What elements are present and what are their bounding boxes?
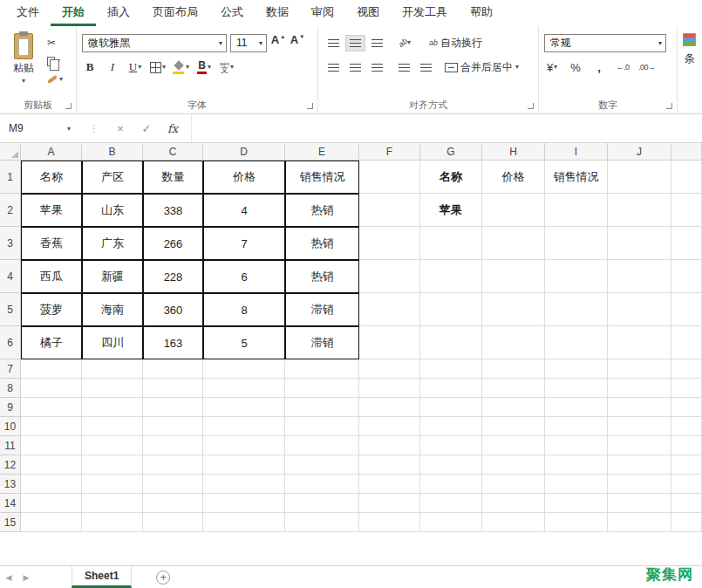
column-header-C[interactable]: C	[143, 143, 203, 161]
cell-E15[interactable]	[285, 513, 359, 532]
formula-bar-splitter[interactable]: ⋮	[89, 123, 99, 134]
cell-G15[interactable]	[420, 513, 482, 532]
cell-I7[interactable]	[545, 359, 608, 379]
cell-H4[interactable]	[482, 260, 545, 293]
column-header-F[interactable]: F	[359, 143, 420, 161]
row-header-15[interactable]: 15	[0, 513, 21, 532]
cell-H8[interactable]	[482, 379, 545, 398]
cell-E8[interactable]	[285, 379, 359, 398]
align-middle-button[interactable]	[345, 35, 365, 51]
cell-F9[interactable]	[359, 398, 420, 417]
cell-J15[interactable]	[608, 513, 671, 532]
increase-decimal-button[interactable]: ←.0	[615, 58, 630, 77]
cell-J14[interactable]	[608, 494, 671, 513]
cell-E9[interactable]	[285, 398, 359, 417]
cell-C12[interactable]	[143, 455, 203, 475]
borders-button[interactable]: ▾	[150, 58, 166, 77]
decrease-decimal-button[interactable]: .00→	[638, 58, 656, 77]
cell-E11[interactable]	[285, 436, 359, 455]
cell-D12[interactable]	[203, 455, 285, 475]
row-header-10[interactable]: 10	[0, 417, 21, 436]
cell-E3[interactable]: 热销	[285, 227, 359, 260]
cell-H9[interactable]	[482, 398, 545, 417]
cell-H2[interactable]	[482, 194, 545, 227]
align-top-button[interactable]	[324, 35, 344, 51]
cell-J1[interactable]	[608, 161, 671, 194]
ribbon-tab-开始[interactable]: 开始	[51, 0, 96, 26]
cell-G1[interactable]: 名称	[420, 161, 482, 194]
cell-C9[interactable]	[143, 398, 203, 417]
cell-D14[interactable]	[203, 494, 285, 513]
cell-F7[interactable]	[359, 359, 420, 379]
cell-G5[interactable]	[420, 293, 482, 326]
cell-H12[interactable]	[482, 455, 545, 475]
cell-C6[interactable]: 163	[143, 326, 203, 359]
align-bottom-button[interactable]	[367, 35, 387, 51]
column-header-A[interactable]: A	[21, 143, 82, 161]
cell-D8[interactable]	[203, 379, 285, 398]
cell-H5[interactable]	[482, 293, 545, 326]
cell-A10[interactable]	[21, 417, 82, 436]
cell-A1[interactable]: 名称	[21, 161, 82, 194]
cell-J10[interactable]	[608, 417, 671, 436]
cell-F14[interactable]	[359, 494, 420, 513]
cell-H13[interactable]	[482, 475, 545, 494]
ribbon-tab-帮助[interactable]: 帮助	[459, 0, 504, 26]
cell-E2[interactable]: 热销	[285, 194, 359, 227]
cell-G2[interactable]: 苹果	[420, 194, 482, 227]
increase-font-size-button[interactable]: A▲	[270, 33, 286, 52]
cell-A11[interactable]	[21, 436, 82, 455]
cell-I9[interactable]	[545, 398, 608, 417]
percent-style-button[interactable]: %	[568, 58, 583, 77]
cell-B3[interactable]: 广东	[82, 227, 143, 260]
row-header-5[interactable]: 5	[0, 293, 21, 326]
cell-B14[interactable]	[82, 494, 143, 513]
cell-C3[interactable]: 266	[143, 227, 203, 260]
cell-I14[interactable]	[545, 494, 608, 513]
cell-B12[interactable]	[82, 455, 143, 475]
cell-J13[interactable]	[608, 475, 671, 494]
cell-J4[interactable]	[608, 260, 671, 293]
cell-D4[interactable]: 6	[203, 260, 285, 293]
cell-H14[interactable]	[482, 494, 545, 513]
cell-A12[interactable]	[21, 455, 82, 475]
column-header-D[interactable]: D	[203, 143, 285, 161]
cell-C5[interactable]: 360	[143, 293, 203, 326]
cell-F1[interactable]	[359, 161, 420, 194]
cell-H7[interactable]	[482, 359, 545, 379]
phonetic-guide-button[interactable]: wén文▾	[219, 58, 235, 77]
increase-indent-button[interactable]	[416, 59, 436, 76]
formula-input[interactable]	[191, 114, 702, 142]
cell-D1[interactable]: 价格	[203, 161, 285, 194]
cell-D11[interactable]	[203, 436, 285, 455]
cell-B7[interactable]	[82, 359, 143, 379]
row-header-14[interactable]: 14	[0, 494, 21, 513]
cell-B2[interactable]: 山东	[82, 194, 143, 227]
cell-J3[interactable]	[608, 227, 671, 260]
cell-A4[interactable]: 西瓜	[21, 260, 82, 293]
ribbon-tab-审阅[interactable]: 审阅	[300, 0, 345, 26]
name-box[interactable]: M9 ▾	[0, 114, 77, 142]
orientation-button[interactable]: ab▾	[394, 34, 415, 51]
cell-H3[interactable]	[482, 227, 545, 260]
ribbon-tab-开发工具[interactable]: 开发工具	[391, 0, 459, 26]
sheet-nav-left-icon[interactable]: ◀	[0, 573, 17, 582]
font-dialog-launcher-icon[interactable]	[307, 103, 313, 109]
align-right-button[interactable]	[367, 59, 387, 76]
cell-D9[interactable]	[203, 398, 285, 417]
column-header-J[interactable]: J	[608, 143, 671, 161]
cell-C7[interactable]	[143, 359, 203, 379]
cell-J12[interactable]	[608, 455, 671, 475]
row-header-7[interactable]: 7	[0, 359, 21, 379]
ribbon-tab-文件[interactable]: 文件	[5, 0, 51, 26]
wrap-text-button[interactable]: ab自动换行	[429, 36, 482, 51]
cell-I1[interactable]: 销售情况	[545, 161, 608, 194]
cell-J8[interactable]	[608, 379, 671, 398]
cell-A7[interactable]	[21, 359, 82, 379]
cell-I13[interactable]	[545, 475, 608, 494]
column-header-B[interactable]: B	[82, 143, 143, 161]
cell-I5[interactable]	[545, 293, 608, 326]
cell-I4[interactable]	[545, 260, 608, 293]
cell-C14[interactable]	[143, 494, 203, 513]
cell-C2[interactable]: 338	[143, 194, 203, 227]
